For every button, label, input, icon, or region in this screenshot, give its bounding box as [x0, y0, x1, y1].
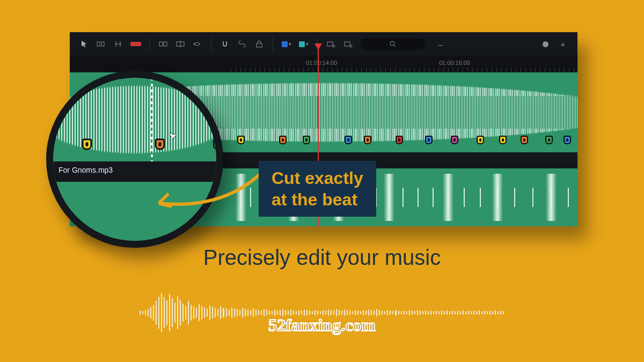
- magnifier-filename: For Gnoms.mp3: [58, 166, 113, 174]
- svg-point-10: [350, 45, 352, 47]
- beat-marker: [418, 188, 419, 207]
- beat-marker: [568, 188, 569, 207]
- overwrite-clip-icon[interactable]: [173, 37, 187, 51]
- beat-marker: [480, 188, 481, 207]
- timeline-marker: [82, 139, 92, 150]
- magnifier-markers: [53, 140, 216, 153]
- callout-box: Cut exactly at the beat: [259, 161, 376, 217]
- svg-rect-6: [257, 43, 262, 47]
- timeline-ruler[interactable]: 01:00:14:00 01:00:16:00: [70, 56, 577, 72]
- beat-marker: [514, 188, 515, 207]
- beat-marker: [532, 188, 533, 207]
- callout-line: at the beat: [272, 189, 363, 210]
- ruler-tick: 01:00:14:00: [306, 60, 337, 66]
- insert-clip-icon[interactable]: [156, 37, 170, 51]
- blade-tool-icon[interactable]: [129, 37, 143, 51]
- beat-marker: [433, 188, 434, 207]
- pointer-tool-icon[interactable]: [77, 37, 91, 51]
- callout-line: Cut exactly: [272, 167, 363, 189]
- timeline-marker[interactable]: [499, 136, 507, 144]
- toolbar-separator: [211, 38, 211, 50]
- link-icon[interactable]: [235, 37, 249, 51]
- toolbar-separator: [149, 38, 150, 50]
- timeline-marker[interactable]: [345, 136, 352, 144]
- svg-rect-9: [345, 42, 350, 46]
- timeline-marker[interactable]: [303, 136, 310, 144]
- beat-marker: [389, 188, 390, 207]
- zoom-minus-icon[interactable]: –: [434, 37, 448, 51]
- timeline-marker[interactable]: [364, 136, 371, 144]
- lock-icon[interactable]: [252, 37, 266, 51]
- timeline-marker[interactable]: [451, 136, 458, 144]
- svg-rect-1: [101, 42, 104, 46]
- snap-icon[interactable]: [218, 37, 232, 51]
- timeline-marker[interactable]: [564, 136, 571, 144]
- beat-marker: [402, 188, 404, 207]
- timeline-marker: [155, 139, 165, 150]
- add-track-icon[interactable]: +: [556, 37, 570, 51]
- timeline-marker[interactable]: [279, 136, 287, 144]
- beat-marker: [240, 188, 241, 207]
- beat-marker: [497, 188, 498, 207]
- svg-rect-3: [159, 42, 163, 46]
- timeline-marker[interactable]: [545, 136, 553, 144]
- beat-marker: [448, 188, 449, 207]
- magnifier-beat-track: [53, 182, 216, 241]
- timeline-marker[interactable]: [521, 136, 528, 144]
- search-icon: [390, 41, 396, 47]
- timeline-search[interactable]: [361, 38, 425, 50]
- timeline-marker[interactable]: [425, 136, 433, 144]
- svg-point-8: [333, 45, 335, 47]
- trim-in-icon[interactable]: [94, 37, 108, 51]
- timeline-marker[interactable]: [396, 136, 403, 144]
- flag-blue-icon[interactable]: ▾: [280, 37, 294, 51]
- caption-text: Precisely edit your music: [0, 246, 644, 270]
- svg-rect-2: [130, 42, 141, 46]
- watermark-text: 52fanxing.com: [0, 315, 644, 335]
- svg-rect-4: [164, 42, 167, 46]
- trim-out-icon[interactable]: [112, 37, 126, 51]
- beat-marker: [551, 188, 552, 207]
- beat-marker: [464, 188, 465, 207]
- record-indicator-icon: [543, 41, 548, 47]
- svg-rect-7: [327, 42, 333, 46]
- zoom-out-range-icon[interactable]: [324, 37, 338, 51]
- timeline-toolbar: ▾ ▾ – +: [70, 32, 577, 56]
- svg-point-11: [390, 41, 394, 46]
- magnifier-lens: ➤ For Gnoms.mp3: [46, 71, 223, 248]
- svg-rect-0: [97, 42, 100, 46]
- zoom-in-range-icon[interactable]: [341, 37, 355, 51]
- timeline-marker: [213, 139, 223, 150]
- flag-teal-icon[interactable]: ▾: [297, 37, 311, 51]
- timeline-marker[interactable]: [477, 136, 484, 144]
- toolbar-separator: [273, 38, 273, 50]
- replace-clip-icon[interactable]: [191, 37, 204, 51]
- timeline-marker[interactable]: [237, 136, 245, 144]
- ruler-tick: 01:00:16:00: [439, 60, 470, 66]
- beat-marker: [250, 188, 251, 207]
